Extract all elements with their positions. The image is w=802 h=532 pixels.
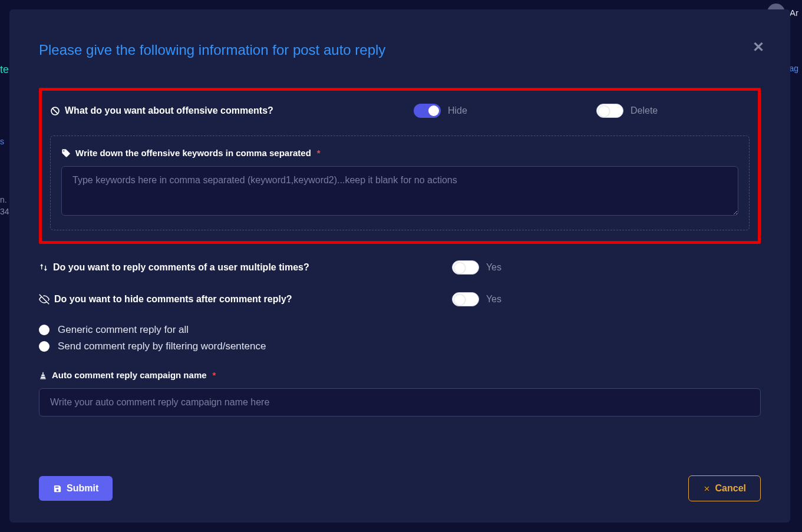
- ban-icon: [50, 106, 60, 116]
- tag-icon: [61, 148, 71, 158]
- delete-toggle-label: Delete: [631, 105, 658, 116]
- hide-after-label: Do you want to hide comments after comme…: [54, 294, 292, 305]
- filter-reply-radio[interactable]: [39, 341, 49, 352]
- eye-slash-icon: [39, 294, 49, 305]
- auto-reply-modal: ✕ Please give the following information …: [9, 9, 790, 523]
- multi-reply-row: Do you want to reply comments of a user …: [39, 260, 761, 275]
- required-marker: *: [213, 370, 216, 380]
- keywords-label: Write down the offensive keywords in com…: [75, 148, 311, 158]
- generic-reply-radio[interactable]: [39, 325, 49, 335]
- svg-line-1: [52, 108, 58, 113]
- required-marker: *: [317, 148, 321, 158]
- multi-reply-toggle-label: Yes: [486, 262, 501, 273]
- modal-title: Please give the following information fo…: [39, 42, 761, 58]
- cancel-button-label: Cancel: [715, 483, 746, 494]
- hide-toggle-label: Hide: [448, 105, 467, 116]
- modal-footer: Submit Cancel: [39, 475, 761, 501]
- hide-after-toggle[interactable]: [452, 292, 479, 306]
- close-icon: [703, 485, 711, 493]
- bg-fragment: te: [0, 64, 9, 76]
- campaign-name-input[interactable]: [39, 388, 761, 417]
- multi-reply-label: Do you want to reply comments of a user …: [53, 262, 309, 273]
- close-icon[interactable]: ✕: [753, 39, 764, 55]
- chess-icon: [39, 371, 47, 379]
- submit-button-label: Submit: [67, 483, 98, 494]
- generic-reply-label: Generic comment reply for all: [58, 324, 189, 336]
- multi-reply-toggle[interactable]: [452, 260, 479, 275]
- username-fragment: Ar: [790, 8, 798, 18]
- bg-fragment: n. 34: [0, 194, 9, 217]
- delete-toggle[interactable]: [596, 104, 623, 118]
- hide-after-row: Do you want to hide comments after comme…: [39, 292, 761, 306]
- offensive-question-label: What do you want about offensive comment…: [65, 105, 273, 116]
- offensive-keywords-input[interactable]: [61, 166, 738, 216]
- bg-fragment: ag: [789, 64, 798, 73]
- sort-icon: [39, 263, 48, 272]
- filter-reply-label: Send comment reply by filtering word/sen…: [58, 341, 266, 352]
- campaign-name-label: Auto comment reply campaign name: [52, 370, 207, 380]
- offensive-question-row: What do you want about offensive comment…: [50, 104, 750, 118]
- save-icon: [53, 484, 62, 493]
- submit-button[interactable]: Submit: [39, 476, 113, 501]
- hide-toggle[interactable]: [414, 104, 441, 118]
- offensive-section-highlight: What do you want about offensive comment…: [39, 88, 761, 244]
- keywords-box: Write down the offensive keywords in com…: [50, 136, 750, 230]
- cancel-button[interactable]: Cancel: [688, 475, 761, 501]
- hide-after-toggle-label: Yes: [486, 294, 501, 305]
- bg-fragment: s: [0, 137, 4, 146]
